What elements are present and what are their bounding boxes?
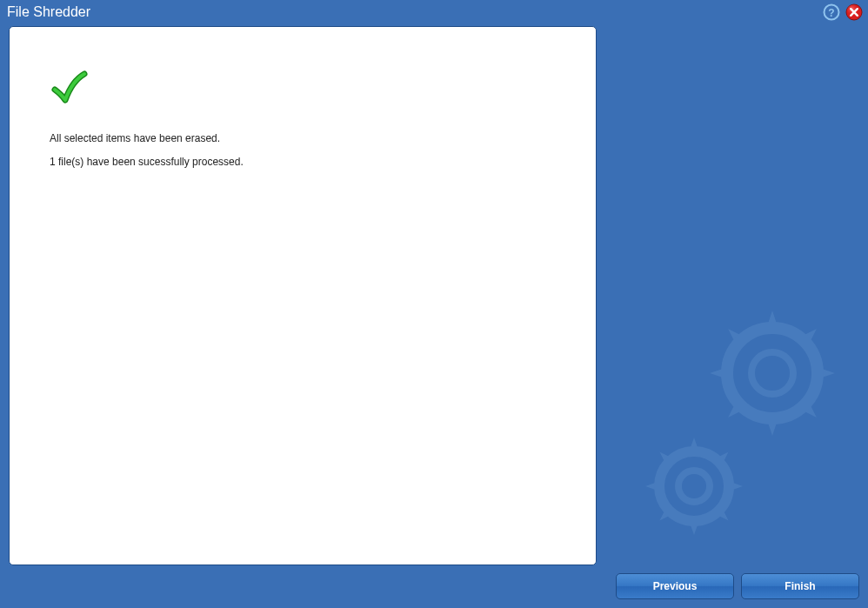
- svg-point-0: [751, 352, 793, 394]
- previous-button[interactable]: Previous: [616, 573, 734, 599]
- checkmark-icon: [50, 69, 571, 112]
- content-panel: All selected items have been erased. 1 f…: [9, 26, 597, 565]
- status-message-1: All selected items have been erased.: [50, 131, 571, 146]
- button-row: Previous Finish: [616, 573, 859, 599]
- titlebar: File Shredder ?: [0, 0, 868, 24]
- svg-text:?: ?: [828, 7, 834, 19]
- finish-button[interactable]: Finish: [741, 573, 859, 599]
- window-title: File Shredder: [7, 4, 90, 20]
- svg-point-2: [678, 471, 710, 502]
- close-icon[interactable]: [845, 3, 863, 21]
- gears-decoration: [624, 295, 851, 556]
- svg-point-3: [659, 451, 729, 521]
- help-icon[interactable]: ?: [823, 3, 840, 21]
- status-message-2: 1 file(s) have been sucessfully processe…: [50, 155, 571, 170]
- svg-point-1: [727, 328, 818, 418]
